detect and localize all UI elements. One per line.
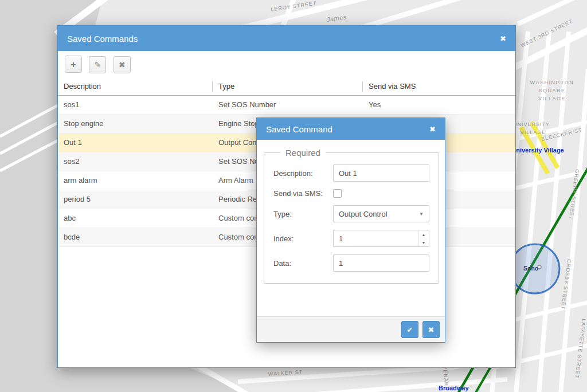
index-spinner[interactable]: 1 ▲ ▼: [333, 230, 429, 247]
close-icon[interactable]: ✖: [429, 125, 436, 134]
cell-description: bcde: [58, 233, 213, 241]
cell-description: period 5: [58, 195, 213, 203]
area-label-washington-2: SQUARE: [538, 88, 565, 93]
close-icon[interactable]: ✖: [500, 34, 506, 43]
area-label-washington-3: VILLAGE: [538, 96, 566, 101]
required-legend: Required: [280, 148, 326, 158]
saved-command-footer: ✔ ✖: [257, 316, 445, 342]
type-field-row: Type: Output Control ▼: [273, 205, 429, 222]
place-label-soho: Soho: [523, 265, 538, 272]
saved-command-body: Required Description: Send via SMS: Type…: [257, 140, 445, 284]
cell-description: sos1: [58, 100, 213, 109]
index-spinner-value: 1: [334, 234, 418, 243]
confirm-button[interactable]: ✔: [401, 321, 418, 338]
column-header-description[interactable]: Description: [58, 81, 213, 92]
chevron-down-icon: ▼: [419, 211, 424, 217]
area-label-washington-1: WASHINGTON: [530, 80, 574, 85]
data-input[interactable]: [333, 254, 429, 272]
description-input[interactable]: [333, 164, 429, 182]
spinner-up-icon[interactable]: ▲: [418, 230, 429, 238]
data-label: Data:: [273, 259, 333, 268]
place-label-university-village: University Village: [511, 147, 564, 154]
type-select-value: Output Control: [339, 210, 419, 218]
sms-field-row: Send via SMS:: [273, 189, 429, 198]
commands-toolbar: + ✎ ✖: [58, 51, 515, 78]
cell-description: arm alarm: [58, 176, 213, 185]
area-label-university-1: UNIVERSITY: [513, 121, 550, 127]
saved-commands-header: Saved Commands ✖: [58, 26, 515, 51]
type-select[interactable]: Output Control ▼: [333, 205, 429, 222]
data-field-row: Data:: [273, 254, 429, 272]
cell-description: abc: [58, 214, 213, 222]
index-field-row: Index: 1 ▲ ▼: [273, 230, 429, 247]
required-fieldset: Required Description: Send via SMS: Type…: [264, 148, 439, 284]
close-icon: ✖: [428, 326, 435, 334]
index-spinner-buttons: ▲ ▼: [418, 230, 429, 246]
send-sms-checkbox[interactable]: [333, 189, 342, 198]
saved-commands-title: Saved Commands: [67, 34, 500, 44]
edit-command-button[interactable]: ✎: [89, 56, 106, 73]
spinner-down-icon[interactable]: ▼: [418, 238, 429, 246]
place-label-broadway: Broadway: [439, 385, 469, 391]
add-command-button[interactable]: +: [65, 56, 82, 73]
cell-type: Set SOS Number: [213, 100, 363, 109]
saved-command-title: Saved Command: [266, 124, 429, 134]
description-label: Description:: [273, 169, 333, 178]
column-header-sms[interactable]: Send via SMS: [363, 81, 515, 92]
saved-command-dialog: Saved Command ✖ Required Description: Se…: [256, 117, 445, 343]
commands-table-header: Description Type Send via SMS: [58, 78, 515, 96]
sms-label: Send via SMS:: [273, 189, 333, 198]
cancel-button[interactable]: ✖: [422, 321, 440, 338]
saved-command-header: Saved Command ✖: [257, 118, 445, 140]
cell-description: Out 1: [58, 138, 213, 147]
type-label: Type:: [273, 210, 333, 218]
cell-description: Stop engine: [58, 119, 213, 128]
delete-command-button[interactable]: ✖: [114, 56, 131, 73]
area-label-university-2: VILLAGE: [521, 130, 546, 135]
index-label: Index:: [273, 234, 333, 243]
check-icon: ✔: [407, 326, 413, 334]
cell-description: sos2: [58, 157, 213, 166]
table-row[interactable]: sos1 Set SOS Number Yes: [58, 96, 515, 115]
column-header-type[interactable]: Type: [213, 81, 363, 92]
cell-sms: Yes: [363, 100, 515, 109]
description-field-row: Description:: [273, 164, 429, 182]
